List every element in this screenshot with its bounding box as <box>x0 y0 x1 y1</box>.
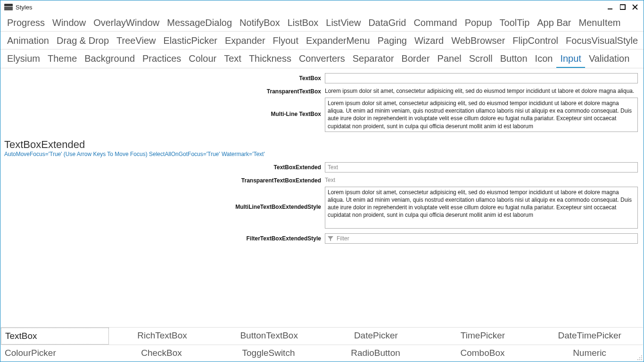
tab-focusvisualstyle[interactable]: FocusVisualStyle <box>562 33 642 49</box>
svg-rect-1 <box>620 5 625 9</box>
tab-practices[interactable]: Practices <box>139 51 185 68</box>
tab-messagedialog[interactable]: MessageDialog <box>163 16 236 31</box>
row-multiline-textbox: Multi-Line TextBox <box>4 98 640 134</box>
filter-icon <box>327 235 334 242</box>
tab-paging[interactable]: Paging <box>374 33 411 49</box>
tab-tooltip[interactable]: ToolTip <box>496 16 534 31</box>
bottom-tabs: TextBoxRichTextBoxButtonTextBoxDatePicke… <box>1 327 643 361</box>
tab-datagrid[interactable]: DataGrid <box>364 16 410 31</box>
tab-panel[interactable]: Panel <box>434 51 465 68</box>
tab-icon[interactable]: Icon <box>531 51 557 68</box>
tab-elysium[interactable]: Elysium <box>3 51 44 68</box>
tab-animation[interactable]: Animation <box>3 33 53 49</box>
tab-flyout[interactable]: Flyout <box>269 33 302 49</box>
tab-flipcontrol[interactable]: FlipControl <box>509 33 562 49</box>
bottom-tabs-row-2: ColourPickerCheckBoxToggleSwitchRadioBut… <box>1 345 643 361</box>
tab-listbox[interactable]: ListBox <box>284 16 322 31</box>
filter-textbox-extended-input[interactable] <box>325 233 638 244</box>
tab-validation[interactable]: Validation <box>585 51 633 68</box>
top-tabs-row-3: ElysiumThemeBackgroundPracticesColourTex… <box>0 49 644 68</box>
row-textbox-extended: TextBoxExtended <box>4 162 640 173</box>
label-filter-textbox-extended: FilterTextBoxExtendedStyle <box>4 233 325 242</box>
bottom-tab-richtextbox[interactable]: RichTextBox <box>109 328 216 345</box>
app-icon <box>4 4 13 10</box>
top-tabs-row-1: ProgressWindowOverlayWindowMessageDialog… <box>0 14 644 32</box>
resize-grip[interactable] <box>637 355 643 361</box>
row-transparent-textbox-extended: TransparentTextBoxExtended Text <box>4 175 640 184</box>
label-transparent-textbox-extended: TransparentTextBoxExtended <box>4 175 325 184</box>
tab-elasticpicker[interactable]: ElasticPicker <box>159 33 221 49</box>
tab-text[interactable]: Text <box>220 51 245 68</box>
tab-listview[interactable]: ListView <box>322 16 364 31</box>
row-filter-textbox-extended: FilterTextBoxExtendedStyle <box>4 233 640 244</box>
bottom-tab-datepicker[interactable]: DatePicker <box>322 328 429 345</box>
tab-converters[interactable]: Converters <box>295 51 349 68</box>
tab-command[interactable]: Command <box>410 16 461 31</box>
tab-expander[interactable]: Expander <box>221 33 269 49</box>
top-tabs-row-2: AnimationDrag & DropTreeViewElasticPicke… <box>0 32 644 49</box>
label-multiline-textbox: Multi-Line TextBox <box>4 98 325 117</box>
bottom-tab-textbox[interactable]: TextBox <box>1 328 109 345</box>
row-multiline-textbox-extended: MultiLineTextBoxExtendedStyle <box>4 187 640 230</box>
window-title: Styles <box>16 4 32 11</box>
maximize-button[interactable] <box>620 4 626 10</box>
tab-input[interactable]: Input <box>556 51 585 68</box>
window-controls <box>608 4 642 10</box>
tab-wizard[interactable]: Wizard <box>411 33 447 49</box>
tab-window[interactable]: Window <box>49 16 90 31</box>
close-button[interactable] <box>632 4 638 10</box>
label-multiline-textbox-extended: MultiLineTextBoxExtendedStyle <box>4 187 325 210</box>
section-subtitle-textboxextended: AutoMoveFocus='True' (Use Arrow Keys To … <box>4 151 640 157</box>
multiline-textbox-input[interactable] <box>325 98 638 132</box>
tab-expandermenu[interactable]: ExpanderMenu <box>302 33 374 49</box>
title-bar: Styles <box>0 0 644 14</box>
tab-background[interactable]: Background <box>81 51 139 68</box>
multiline-textbox-extended-input[interactable] <box>325 187 638 229</box>
bottom-tab-buttontextbox[interactable]: ButtonTextBox <box>215 328 322 345</box>
bottom-tab-colourpicker[interactable]: ColourPicker <box>1 345 108 361</box>
section-title-textboxextended: TextBoxExtended <box>4 139 640 151</box>
bottom-tabs-row-1: TextBoxRichTextBoxButtonTextBoxDatePicke… <box>1 327 643 345</box>
transparent-textbox-extended-value[interactable]: Text <box>325 175 638 183</box>
tab-border[interactable]: Border <box>398 51 434 68</box>
row-transparent-textbox: TransparentTextBox Lorem ipsum dolor sit… <box>4 86 640 95</box>
tab-notifybox[interactable]: NotifyBox <box>236 16 284 31</box>
label-transparent-textbox: TransparentTextBox <box>4 86 325 95</box>
tab-colour[interactable]: Colour <box>185 51 220 68</box>
bottom-tab-checkbox[interactable]: CheckBox <box>108 345 215 361</box>
bottom-tab-numeric[interactable]: Numeric <box>536 345 643 361</box>
tab-popup[interactable]: Popup <box>461 16 496 31</box>
tab-menuitem[interactable]: MenuItem <box>575 16 625 31</box>
transparent-textbox-value[interactable]: Lorem ipsum dolor sit amet, consectetur … <box>325 86 638 94</box>
label-textbox: TextBox <box>4 73 325 82</box>
tab-button[interactable]: Button <box>496 51 531 68</box>
tab-overlaywindow[interactable]: OverlayWindow <box>90 16 163 31</box>
tab-treeview[interactable]: TreeView <box>113 33 159 49</box>
tab-webbrowser[interactable]: WebBrowser <box>447 33 509 49</box>
tab-scroll[interactable]: Scroll <box>465 51 496 68</box>
bottom-tab-radiobutton[interactable]: RadioButton <box>322 345 429 361</box>
label-textbox-extended: TextBoxExtended <box>4 162 325 171</box>
tab-app-bar[interactable]: App Bar <box>533 16 575 31</box>
textbox-input[interactable] <box>325 73 638 83</box>
tab-thickness[interactable]: Thickness <box>245 51 295 68</box>
tab-progress[interactable]: Progress <box>3 16 49 31</box>
bottom-tab-datetimepicker[interactable]: DateTimePicker <box>536 328 643 345</box>
textbox-extended-input[interactable] <box>325 162 638 173</box>
minimize-button[interactable] <box>608 4 613 10</box>
bottom-tab-combobox[interactable]: ComboBox <box>429 345 536 361</box>
bottom-tab-toggleswitch[interactable]: ToggleSwitch <box>215 345 322 361</box>
row-textbox: TextBox <box>4 73 640 83</box>
tab-separator[interactable]: Separator <box>349 51 398 68</box>
bottom-tab-timepicker[interactable]: TimePicker <box>429 328 537 345</box>
tab-theme[interactable]: Theme <box>44 51 81 68</box>
svg-rect-0 <box>608 8 612 9</box>
tab-drag-drop[interactable]: Drag & Drop <box>53 33 113 49</box>
content-area: TextBox TransparentTextBox Lorem ipsum d… <box>0 68 644 248</box>
